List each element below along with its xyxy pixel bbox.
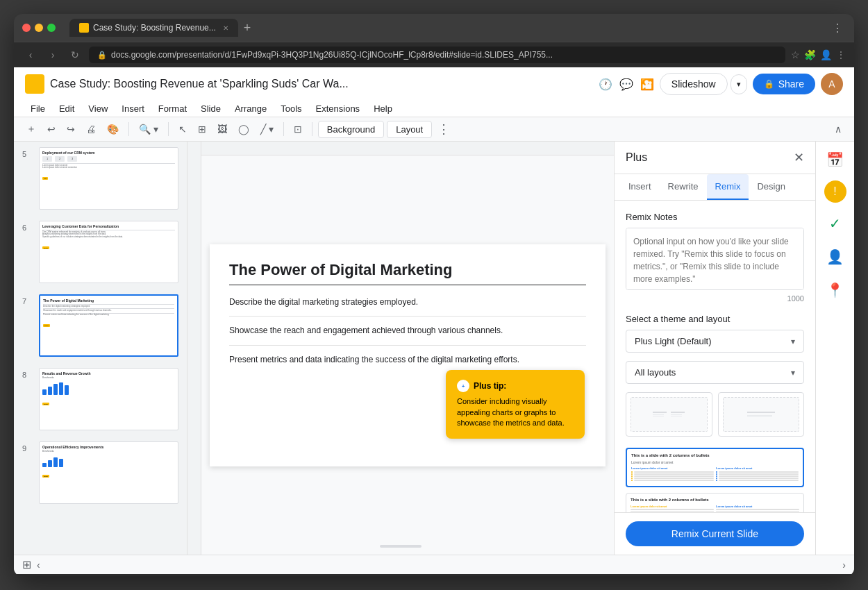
menu-slide[interactable]: Slide [195,101,226,117]
slideshow-button[interactable]: Slideshow [660,73,728,95]
address-bar[interactable]: 🔒 docs.google.com/presentation/d/1FwPd9x… [89,47,785,63]
profile-icon[interactable]: 👤 [820,49,832,60]
layout-card-2[interactable]: This is a slide with 2 columns of bullet… [626,493,804,512]
layout-card-selected[interactable]: This is a slide with 2 columns of bullet… [626,448,804,487]
tasks-icon[interactable]: ✓ [823,211,848,236]
slide-nav-prev[interactable]: ‹ [37,559,40,571]
slide-preview-8[interactable]: Results and Revenue Growth Benchmarks Ba… [39,368,178,430]
tab-rewrite[interactable]: Rewrite [660,174,707,200]
user-avatar[interactable]: A [821,73,843,95]
remix-current-slide-button[interactable]: Remix Current Slide [626,521,804,546]
browser-right-icons: ☆ 🧩 👤 ⋮ [791,49,846,60]
slide-thumbnail-6[interactable]: 6 Leveraging Customer Data for Personali… [14,215,187,289]
menu-arrange[interactable]: Arrange [229,101,272,117]
close-window-button[interactable] [22,24,31,32]
layout-button[interactable]: Layout [387,121,432,138]
panel-close-button[interactable]: ✕ [794,150,804,165]
history-icon[interactable]: 🕐 [599,78,612,91]
menu-edit[interactable]: Edit [53,101,80,117]
print-button[interactable]: 🖨 [82,121,100,137]
remix-notes-input[interactable] [626,228,804,290]
layout-card-title-2: This is a slide with 2 columns of bullet… [631,498,799,502]
zoom-button[interactable]: 🔍 ▾ [135,121,162,137]
slide-thumbnail-7[interactable]: 7 The Power of Digital Marketing Describ… [14,289,187,362]
slide5-title: Deployment of our CRM system [42,151,175,155]
app-titlerow: Case Study: Boosting Revenue at 'Sparkli… [14,67,854,101]
slide-thumbnail-8[interactable]: 8 Results and Revenue Growth Benchmarks [14,362,187,436]
theme-select[interactable]: Plus Light (Default) ▾ [626,330,804,353]
more-options-button[interactable]: ⋮ [435,121,453,137]
slide-num-8: 8 [22,371,33,379]
menu-format[interactable]: Format [153,101,192,117]
background-button[interactable]: Background [318,121,384,138]
minimize-window-button[interactable] [35,24,43,32]
tab-remix[interactable]: Remix [707,174,749,200]
slide-title[interactable]: The Power of Digital Marketing [229,261,586,285]
slide-thumbnail-5[interactable]: 5 Deployment of our CRM system 1 2 [14,142,187,215]
menu-view[interactable]: View [83,101,113,117]
select-region-tool[interactable]: ⊞ [194,121,210,137]
maps-icon[interactable]: 📍 [823,278,848,303]
share-button[interactable]: 🔒 Share [753,74,815,94]
redo-button[interactable]: ↪ [62,121,79,137]
comments-icon[interactable]: 💬 [619,78,633,91]
grid-view-icon[interactable]: ⊞ [22,558,31,571]
plus-logo: + [457,380,469,392]
fullscreen-window-button[interactable] [47,24,56,32]
theme-layout-label: Select a theme and layout [626,314,804,324]
refresh-button[interactable]: ↻ [67,47,83,63]
layout-card-empty[interactable] [626,392,712,437]
address-bar-row: ‹ › ↻ 🔒 docs.google.com/presentation/d/1… [14,42,854,67]
slide7-title: The Power of Digital Marketing [43,298,174,303]
slide-scrollbar[interactable] [380,545,422,548]
slide6-title: Leveraging Customer Data for Personaliza… [42,224,175,228]
select-tool[interactable]: ↖ [174,121,191,137]
tab-design[interactable]: Design [749,174,793,200]
add-button[interactable]: ＋ [22,120,40,138]
image-tool[interactable]: 🖼 [213,121,231,137]
left-ruler [187,142,201,555]
back-button[interactable]: ‹ [22,47,39,63]
forward-button[interactable]: › [44,47,61,63]
format-toolbar: ＋ ↩ ↪ 🖨 🎨 🔍 ▾ ↖ ⊞ 🖼 ◯ ╱ ▾ ⊡ Background [14,117,854,141]
collapse-button[interactable]: ∧ [831,121,846,137]
menu-insert[interactable]: Insert [116,101,150,117]
present-icon[interactable]: 🎦 [640,78,654,91]
notifications-icon[interactable]: ! [824,180,846,203]
undo-button[interactable]: ↩ [43,121,60,137]
paint-format-button[interactable]: 🎨 [103,121,123,137]
menu-extensions[interactable]: Extensions [310,101,366,117]
slide-nav-next[interactable]: › [842,559,846,571]
menu-file[interactable]: File [25,101,51,117]
bottom-bar-right: › [842,559,846,571]
slide-preview-5[interactable]: Deployment of our CRM system 1 2 3 [39,147,178,210]
slideshow-options-button[interactable]: ▾ [731,74,747,94]
layout-select[interactable]: All layouts ▾ [626,361,804,384]
traffic-lights [22,24,56,32]
layout-card-empty-2[interactable] [718,392,805,437]
main-area: 5 Deployment of our CRM system 1 2 [14,142,854,555]
browser-tab[interactable]: Case Study: Boosting Revenue... ✕ [69,19,238,37]
calendar-icon[interactable]: 📅 [823,147,848,172]
slide-preview-9[interactable]: Operational Efficiency Improvements Benc… [39,441,178,504]
tab-insert[interactable]: Insert [620,174,660,200]
slide-canvas[interactable]: The Power of Digital Marketing Describe … [210,244,606,466]
menu-help[interactable]: Help [368,101,398,117]
browser-menu-button[interactable]: ⋮ [829,19,846,36]
new-tab-button[interactable]: + [238,21,257,35]
more-options-icon[interactable]: ⋮ [836,49,846,60]
slide-bullet-1[interactable]: Describe the digital marketing strategie… [229,296,586,317]
slide-preview-7[interactable]: The Power of Digital Marketing Describe … [39,294,178,357]
slide-thumbnail-9[interactable]: 9 Operational Efficiency Improvements Be… [14,436,187,509]
menu-tools[interactable]: Tools [275,101,307,117]
slide-bullet-2[interactable]: Showcase the reach and engagement achiev… [229,325,586,346]
tab-close-button[interactable]: ✕ [223,24,228,32]
slide-preview-6[interactable]: Leveraging Customer Data for Personaliza… [39,221,178,283]
shape-tool[interactable]: ◯ [234,121,253,137]
tooltip-title: Plus tip: [474,381,506,391]
bookmark-icon[interactable]: ☆ [791,49,800,60]
text-box-tool[interactable]: ⊡ [290,121,306,137]
line-tool[interactable]: ╱ ▾ [256,121,278,137]
contacts-icon[interactable]: 👤 [823,244,848,269]
extension-icon[interactable]: 🧩 [804,49,816,60]
